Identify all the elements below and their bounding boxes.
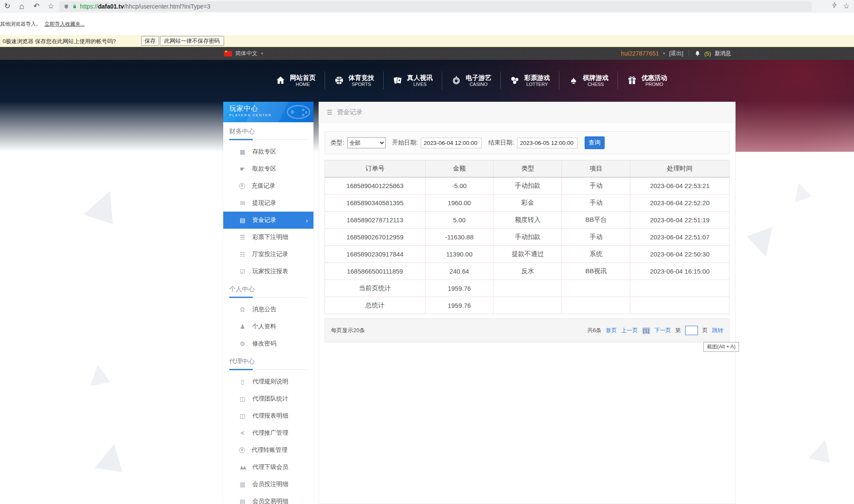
- cell-order-no: 1685866500111859: [325, 263, 426, 280]
- sidebar-item-label: 代理下级会员: [252, 463, 288, 471]
- sidebar-item-deposit[interactable]: 存款专区: [223, 143, 313, 160]
- start-date-label: 开始日期:: [392, 139, 418, 147]
- nav-item-casino[interactable]: 电子游艺CASINO: [442, 60, 500, 100]
- prev-page-link[interactable]: 上一页: [621, 327, 638, 334]
- search-button[interactable]: 查询: [585, 136, 605, 149]
- document-icon: [239, 378, 246, 385]
- finance-menu: 存款专区 取款专区 充值记录 提现记录 资金记录› 彩票下注明细 厅室投注记录 …: [223, 143, 313, 280]
- sidebar-item-agent-rules[interactable]: 代理规则说明: [223, 373, 313, 390]
- logout-link[interactable]: [退出]: [669, 50, 683, 57]
- username[interactable]: hui227877651: [621, 50, 659, 57]
- start-date-input[interactable]: [421, 138, 482, 148]
- table-header-row: 订单号 金额 类型 项目 处理时间: [325, 160, 730, 177]
- nav-item-lottery[interactable]: 彩票游戏LOTTERY: [500, 60, 559, 100]
- share-icon: [239, 430, 246, 436]
- deposit-card-icon: [239, 148, 246, 155]
- import-bookmarks-row: 其他浏览器导入。 立即导入收藏夹...: [0, 13, 854, 35]
- nav-sublabel: HOME: [290, 82, 316, 87]
- next-page-link[interactable]: 下一页: [654, 327, 671, 334]
- import-bookmarks-link[interactable]: 立即导入收藏夹...: [44, 21, 85, 28]
- sidebar-item-change-password[interactable]: 修改密码: [223, 335, 313, 352]
- table-row: 1685890267012959-11630.88手动扣款手动2023-06-0…: [325, 229, 730, 246]
- sidebar-item-member-bet-detail[interactable]: 会员投注明细: [223, 476, 313, 493]
- browser-home-icon[interactable]: [16, 1, 27, 12]
- sidebar-item-agent-transfer[interactable]: 代理转账管理: [223, 442, 313, 459]
- cell-order-no: 1685890230917844: [325, 246, 426, 263]
- bell-icon[interactable]: [694, 50, 701, 57]
- sidebar: 玩家中心 PLAYERS CENTER 财务中心 存款专区 取款专区 充值记录 …: [223, 102, 313, 504]
- sidebar-item-label: 彩票下注明细: [252, 233, 288, 241]
- cell-time: 2023-06-04 22:51:19: [630, 212, 730, 229]
- cell-amount: 240.64: [425, 263, 493, 280]
- nav-label: 网站首页: [290, 74, 316, 82]
- cell-type: 彩金: [493, 195, 562, 212]
- jump-go-link[interactable]: 跳转: [712, 327, 723, 334]
- chevron-down-icon[interactable]: ▼: [662, 52, 666, 56]
- report-chart-icon: [239, 268, 246, 275]
- cell-type: 额度转入: [493, 212, 562, 229]
- china-flag-icon: [224, 51, 232, 56]
- language-selector[interactable]: 简体中文 ▼: [224, 47, 264, 60]
- cell-project: 手动: [562, 177, 630, 195]
- back-icon[interactable]: [31, 1, 42, 12]
- nav-label: 彩票游戏: [524, 74, 550, 82]
- favorites-star-icon[interactable]: [841, 1, 852, 12]
- document-lines-icon: [239, 498, 246, 504]
- sidebar-item-agent-promotion[interactable]: 代理推广管理: [223, 424, 313, 442]
- nav-item-home[interactable]: 网站首页HOME: [266, 60, 325, 100]
- nav-item-sports[interactable]: 体育竞技SPORTS: [325, 60, 383, 100]
- page-title: 资金记录: [337, 108, 362, 116]
- column-header-time: 处理时间: [630, 160, 730, 177]
- report-icon: [239, 413, 246, 419]
- cash-icon: [239, 217, 246, 224]
- sidebar-item-label: 修改密码: [252, 340, 276, 348]
- list-detail-icon: [239, 251, 246, 258]
- clipboard-icon: [239, 481, 246, 488]
- sidebar-item-agent-sub-members[interactable]: 代理下级会员: [223, 459, 313, 476]
- sidebar-item-agent-report-detail[interactable]: 代理报表明细: [223, 407, 313, 424]
- total-count: 共6条: [587, 327, 601, 334]
- type-select[interactable]: 全部: [347, 137, 386, 148]
- save-password-button[interactable]: 保存: [141, 36, 159, 46]
- first-page-link[interactable]: 首页: [606, 327, 617, 334]
- sidebar-item-withdraw[interactable]: 取款专区: [223, 160, 313, 177]
- never-save-button[interactable]: 此网站一律不保存密码: [160, 36, 224, 46]
- speed-mode-icon[interactable]: [829, 1, 840, 12]
- playing-cards-icon: [392, 75, 403, 86]
- sidebar-item-withdrawal-record[interactable]: 提现记录: [223, 195, 313, 212]
- sidebar-item-lottery-bet-detail[interactable]: 彩票下注明细: [223, 229, 313, 246]
- summary-value: 1959.76: [425, 280, 493, 297]
- sidebar-item-member-transaction-detail[interactable]: 会员交易明细: [223, 493, 313, 504]
- shield-icon: [63, 3, 69, 10]
- sidebar-item-profile[interactable]: 个人资料: [223, 318, 313, 335]
- nav-item-lives[interactable]: 真人视讯LIVES: [383, 60, 442, 100]
- pagination-bar: 每页显示20条 共6条 首页 上一页 [1] 下一页 第 页 跳转: [325, 318, 730, 342]
- nav-sublabel: LIVES: [407, 82, 433, 87]
- current-page-indicator: [1]: [642, 327, 650, 334]
- nav-item-promo[interactable]: 优惠活动PROMO: [618, 60, 676, 100]
- list-icon: [239, 234, 246, 241]
- summary-label: 当前页统计: [325, 280, 426, 297]
- filter-bar: 类型: 全部 开始日期: 结束日期: 查询: [325, 131, 730, 154]
- funds-record-table: 订单号 金额 类型 项目 处理时间 1685890401225863-5.00手…: [325, 160, 730, 314]
- bookmark-star-icon[interactable]: [45, 1, 56, 12]
- triangle-watermark: [747, 227, 782, 262]
- sidebar-item-hall-bet-record[interactable]: 厅室投注记录: [223, 246, 313, 263]
- cell-time: 2023-06-04 22:50:30: [630, 246, 730, 263]
- sidebar-item-funds-record[interactable]: 资金记录›: [223, 212, 313, 229]
- column-header-amount: 金额: [425, 160, 493, 177]
- page-number-input[interactable]: [685, 326, 698, 335]
- sidebar-item-messages[interactable]: 消息公告: [223, 301, 313, 318]
- sidebar-item-player-bet-report[interactable]: 玩家投注报表: [223, 263, 313, 280]
- sidebar-item-agent-team-stats[interactable]: 代理团队统计: [223, 390, 313, 407]
- person-icon: [239, 323, 246, 330]
- nav-sublabel: CASINO: [466, 82, 491, 87]
- new-messages-link[interactable]: 新消息: [715, 50, 731, 57]
- section-personal-center: 个人中心: [229, 285, 308, 298]
- reload-icon[interactable]: [2, 1, 13, 12]
- end-date-input[interactable]: [517, 138, 578, 148]
- nav-item-chess[interactable]: 棋牌游戏CHESS: [559, 60, 618, 100]
- summary-label: 总统计: [325, 297, 426, 314]
- sidebar-item-recharge-record[interactable]: 充值记录: [223, 177, 313, 195]
- address-bar[interactable]: https://dafa01.tv/hhcp/usercenter.html?i…: [59, 1, 812, 12]
